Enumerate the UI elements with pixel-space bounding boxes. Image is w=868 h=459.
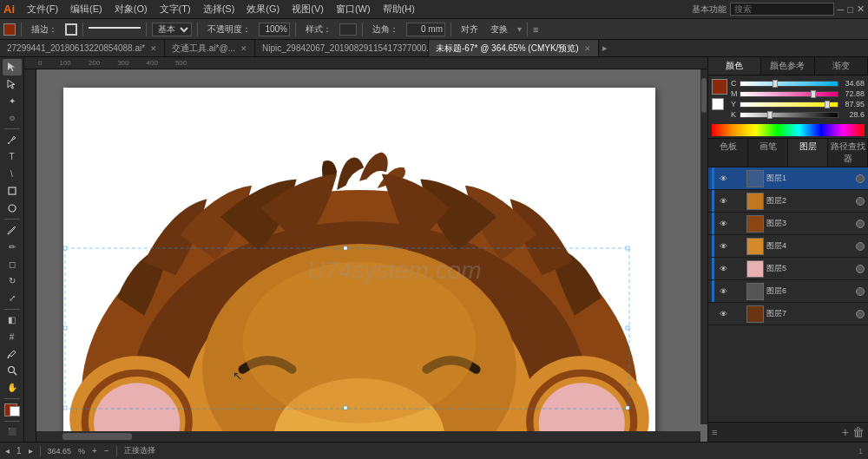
artboard[interactable]: U74system.com [63,88,655,442]
c-slider-thumb[interactable] [773,80,778,88]
layer-delete-icon[interactable]: 🗑 [852,425,865,439]
selection-tool[interactable] [3,59,22,75]
artboard-nav-next[interactable]: ▸ [29,446,33,456]
ltab-brushes[interactable]: 画笔 [748,139,788,167]
layer-item-3[interactable]: 👁 图层3 [708,213,868,235]
layer-item-5[interactable]: 👁 图层5 [708,258,868,280]
menu-type[interactable]: 文字(T) [155,1,196,17]
rtab-colorref[interactable]: 颜色参考 [761,57,814,75]
layer-lock-5[interactable] [732,263,744,275]
eyedropper-tool[interactable] [3,346,22,363]
menu-object[interactable]: 对象(O) [109,1,153,17]
k-slider-thumb[interactable] [767,111,773,119]
tab-4[interactable]: 未标题-67* @ 364.65% (CMYK/预览) ✕ [429,40,599,56]
eraser-tool[interactable]: ◻ [3,256,22,272]
layer-target-6[interactable] [856,287,865,296]
layer-eye-1[interactable]: 👁 [717,173,729,185]
fill-color-swatch[interactable] [3,23,16,36]
layer-eye-5[interactable]: 👁 [717,263,729,275]
zoom-out-btn[interactable]: − [104,446,109,456]
tab-scroll-btn[interactable]: ▸ [599,40,611,56]
horizontal-scrollbar[interactable] [36,431,700,442]
layer-target-2[interactable] [856,197,865,206]
color-boxes[interactable] [3,402,22,418]
hand-tool[interactable]: ✋ [3,380,22,397]
layer-item-6[interactable]: 👁 图层6 [708,280,868,303]
h-scroll-thumb[interactable] [62,433,132,440]
extra-options-icon[interactable]: ≡ [533,24,538,35]
opacity-input[interactable] [259,23,290,36]
scale-tool[interactable]: ⤢ [3,290,22,306]
layer-target-7[interactable] [856,310,865,318]
direct-selection-tool[interactable] [3,76,22,93]
layer-item-7[interactable]: 👁 图层7 [708,303,868,325]
transform-more-icon[interactable]: ▾ [517,24,522,34]
ellipse-tool[interactable] [3,200,22,216]
screen-mode-tool[interactable]: ⬛ [3,423,22,440]
background-color[interactable] [10,406,20,416]
menu-file[interactable]: 文件(F) [22,1,63,17]
layer-eye-7[interactable]: 👁 [717,308,729,320]
zoom-tool[interactable] [3,363,22,379]
brush-tool[interactable] [3,222,22,239]
layer-lock-4[interactable] [732,240,744,252]
tab-2[interactable]: 交通工具.ai*@... ✕ [165,40,255,56]
gradient-tool[interactable]: ◧ [3,311,22,328]
menu-select[interactable]: 选择(S) [198,1,240,17]
layer-item-2[interactable]: 👁 图层2 [708,190,868,213]
pencil-tool[interactable]: ✏ [3,239,22,255]
menu-effect[interactable]: 效果(G) [241,1,285,17]
zoom-in-btn[interactable]: + [92,446,97,456]
maximize-icon[interactable]: □ [847,4,853,15]
layer-eye-4[interactable]: 👁 [717,240,729,252]
tab-2-close[interactable]: ✕ [240,44,247,53]
artboard-nav-prev[interactable]: ◂ [5,446,10,456]
color-spectrum-bar[interactable] [712,124,865,136]
rtab-gradient[interactable]: 渐变 [815,57,868,75]
stroke-profile-select[interactable]: 基本 [152,23,192,36]
rtab-color[interactable]: 颜色 [708,57,761,75]
search-input[interactable] [730,3,834,16]
layer-lock-1[interactable] [732,173,744,185]
ltab-layers[interactable]: 图层 [788,139,828,167]
menu-edit[interactable]: 编辑(E) [65,1,108,17]
y-slider-thumb[interactable] [825,101,830,108]
tab-1-close[interactable]: ✕ [150,44,157,53]
rotate-tool[interactable]: ↻ [3,272,22,289]
layer-eye-2[interactable]: 👁 [717,195,729,207]
close-icon[interactable]: ✕ [857,3,865,15]
stroke-color-swatch[interactable] [65,23,77,36]
y-slider-track[interactable] [740,102,838,108]
rectangle-tool[interactable] [3,183,22,200]
k-slider-track[interactable] [740,112,838,118]
vertical-scrollbar[interactable] [700,69,707,424]
magic-wand-tool[interactable]: ✦ [3,93,22,109]
v-scroll-thumb[interactable] [701,78,707,113]
layer-lock-7[interactable] [732,308,744,320]
current-color-swatch[interactable] [712,79,727,95]
line-tool[interactable]: \ [3,166,22,182]
layer-item-4[interactable]: 👁 图层4 [708,235,868,258]
mesh-tool[interactable]: # [3,329,22,345]
type-tool[interactable]: T [3,149,22,166]
pen-tool[interactable] [3,132,22,148]
menu-window[interactable]: 窗口(W) [331,1,376,17]
canvas-area[interactable]: 0 100 200 300 400 500 U74system.com [24,57,707,442]
layer-target-3[interactable] [856,220,865,228]
white-swatch[interactable] [712,98,724,110]
layer-lock-2[interactable] [732,195,744,207]
layer-options-icon[interactable]: ≡ [712,427,717,437]
style-preview[interactable] [339,23,357,36]
lasso-tool[interactable]: ⌾ [3,110,22,127]
layer-target-5[interactable] [856,265,865,273]
canvas-background[interactable]: U74system.com [42,75,707,442]
m-slider-thumb[interactable] [811,90,816,98]
m-slider-track[interactable] [740,91,838,97]
minimize-icon[interactable]: ─ [838,4,845,15]
menu-help[interactable]: 帮助(H) [378,1,420,17]
menu-view[interactable]: 视图(V) [286,1,329,17]
layer-target-4[interactable] [856,242,865,251]
layer-lock-6[interactable] [732,285,744,298]
tab-1[interactable]: 27299441_20180613220854088.ai* ✕ [0,40,165,56]
layer-eye-3[interactable]: 👁 [717,218,729,230]
